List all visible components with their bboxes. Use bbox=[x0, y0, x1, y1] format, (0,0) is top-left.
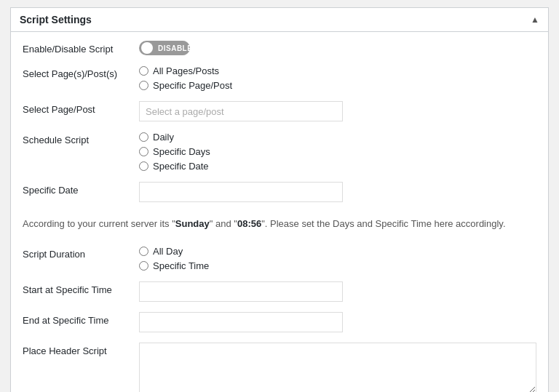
radio-specific-date-input[interactable] bbox=[139, 161, 148, 171]
radio-specific-time[interactable]: Specific Time bbox=[139, 260, 536, 271]
info-text-before: According to your current server its " bbox=[23, 218, 175, 229]
place-header-script-field bbox=[139, 343, 536, 393]
radio-specific-date-label: Specific Date bbox=[153, 161, 209, 172]
start-specific-time-label: Start at Specific Time bbox=[23, 281, 139, 295]
select-page-post-row: Select Page/Post bbox=[23, 101, 536, 121]
radio-specific-time-input[interactable] bbox=[139, 261, 148, 271]
panel-body: Enable/Disable Script DISABLED Select Pa… bbox=[11, 32, 548, 392]
info-time: 08:56 bbox=[237, 218, 261, 229]
script-duration-row: Script Duration All Day Specific Time bbox=[23, 246, 536, 271]
enable-disable-toggle[interactable]: DISABLED bbox=[139, 41, 190, 55]
radio-specific-page-label: Specific Page/Post bbox=[153, 80, 232, 91]
radio-specific-date[interactable]: Specific Date bbox=[139, 161, 536, 172]
radio-specific-days-label: Specific Days bbox=[153, 146, 210, 157]
radio-daily[interactable]: Daily bbox=[139, 132, 536, 143]
schedule-script-label: Schedule Script bbox=[23, 132, 139, 145]
specific-date-label: Specific Date bbox=[23, 182, 139, 196]
end-specific-time-field bbox=[139, 312, 536, 332]
radio-specific-page[interactable]: Specific Page/Post bbox=[139, 80, 536, 91]
radio-all-day-input[interactable] bbox=[139, 247, 148, 256]
start-specific-time-field bbox=[139, 281, 536, 302]
enable-disable-label: Enable/Disable Script bbox=[23, 41, 139, 55]
start-specific-time-input[interactable] bbox=[139, 281, 343, 302]
radio-specific-days-input[interactable] bbox=[139, 147, 148, 156]
specific-date-field bbox=[139, 182, 536, 202]
place-header-script-row: Place Header Script bbox=[23, 343, 536, 393]
select-pages-row: Select Page(s)/Post(s) All Pages/Posts S… bbox=[23, 65, 536, 91]
panel-title: Script Settings bbox=[20, 14, 92, 25]
radio-all-day[interactable]: All Day bbox=[139, 246, 536, 257]
end-specific-time-row: End at Specific Time bbox=[23, 312, 536, 332]
server-info-text: According to your current server its "Su… bbox=[23, 212, 536, 236]
enable-disable-row: Enable/Disable Script DISABLED bbox=[23, 41, 536, 55]
select-page-post-field bbox=[139, 101, 536, 121]
select-page-post-input[interactable] bbox=[139, 101, 343, 121]
info-text-after: ". Please set the Days and Specific Time… bbox=[261, 218, 505, 229]
radio-all-pages[interactable]: All Pages/Posts bbox=[139, 65, 536, 76]
radio-all-pages-input[interactable] bbox=[139, 66, 148, 76]
schedule-script-field: Daily Specific Days Specific Date bbox=[139, 132, 536, 172]
select-page-post-label: Select Page/Post bbox=[23, 101, 139, 115]
info-day: Sunday bbox=[175, 218, 210, 229]
radio-daily-label: Daily bbox=[153, 132, 174, 143]
place-header-script-textarea[interactable] bbox=[139, 343, 536, 393]
radio-daily-input[interactable] bbox=[139, 132, 148, 142]
radio-specific-time-label: Specific Time bbox=[153, 260, 209, 271]
script-duration-label: Script Duration bbox=[23, 246, 139, 260]
specific-date-input[interactable] bbox=[139, 182, 343, 202]
radio-specific-days[interactable]: Specific Days bbox=[139, 146, 536, 157]
script-duration-field: All Day Specific Time bbox=[139, 246, 536, 271]
radio-all-day-label: All Day bbox=[153, 246, 183, 257]
info-text-middle: " and " bbox=[210, 218, 237, 229]
panel-collapse-icon[interactable]: ▲ bbox=[531, 15, 539, 25]
schedule-script-row: Schedule Script Daily Specific Days Spec… bbox=[23, 132, 536, 172]
script-settings-panel: Script Settings ▲ Enable/Disable Script … bbox=[10, 7, 549, 392]
select-pages-label: Select Page(s)/Post(s) bbox=[23, 65, 139, 79]
place-header-script-label: Place Header Script bbox=[23, 343, 139, 356]
start-specific-time-row: Start at Specific Time bbox=[23, 281, 536, 302]
specific-date-row: Specific Date bbox=[23, 182, 536, 202]
panel-header: Script Settings ▲ bbox=[11, 8, 548, 32]
toggle-knob bbox=[141, 42, 153, 54]
end-specific-time-label: End at Specific Time bbox=[23, 312, 139, 326]
end-specific-time-input[interactable] bbox=[139, 312, 343, 332]
toggle-state-label: DISABLED bbox=[158, 44, 198, 52]
select-pages-field: All Pages/Posts Specific Page/Post bbox=[139, 65, 536, 91]
radio-all-pages-label: All Pages/Posts bbox=[153, 65, 219, 76]
radio-specific-page-input[interactable] bbox=[139, 81, 148, 90]
enable-disable-field: DISABLED bbox=[139, 41, 536, 55]
